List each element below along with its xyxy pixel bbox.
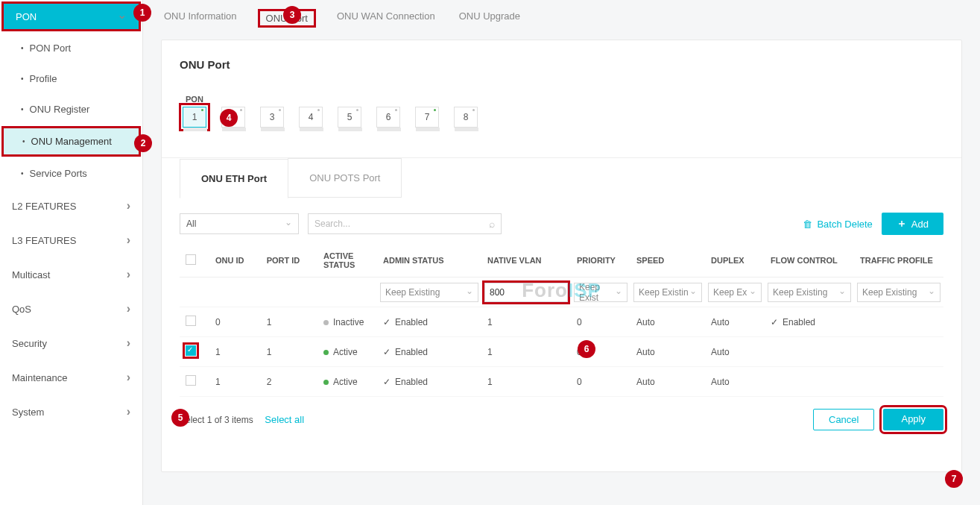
panel: ONU Port PON 1 2 3 4 5 6 7 8 ONU ETH Por…: [161, 40, 962, 472]
cell-admin-status: Enabled: [377, 337, 481, 367]
sidebar-item-qos[interactable]: QoS: [0, 292, 142, 326]
pon-port-6[interactable]: 6: [376, 107, 400, 128]
tab-onu-information[interactable]: ONU Information: [161, 9, 240, 28]
apply-button[interactable]: Apply: [883, 409, 943, 430]
sidebar-sub-profile[interactable]: Profile: [0, 63, 142, 94]
row-checkbox[interactable]: [186, 375, 196, 386]
filter-admin-status[interactable]: Keep Existing: [380, 283, 478, 302]
sub-tabs: ONU ETH Port ONU POTS Port: [180, 158, 943, 198]
cell-flow-control: [765, 337, 854, 367]
status-dot-icon: [323, 350, 329, 355]
footer-row: Select 1 of 3 items Select all Cancel Ap…: [180, 409, 943, 430]
tab-onu-upgrade[interactable]: ONU Upgrade: [456, 9, 523, 28]
th-active-status: ACTIVE STATUS: [317, 244, 377, 277]
select-all-checkbox[interactable]: [186, 254, 196, 265]
subtab-onu-eth-port[interactable]: ONU ETH Port: [180, 159, 288, 198]
cell-priority: 0: [571, 367, 630, 397]
check-icon: [771, 317, 783, 327]
batch-delete-button[interactable]: Batch Delete: [803, 219, 872, 230]
callout-2: 2: [134, 134, 152, 152]
callout-6: 6: [578, 340, 595, 358]
chevron-right-icon: [127, 199, 130, 213]
filter-native-vlan[interactable]: [484, 283, 568, 302]
sidebar-item-l2[interactable]: L2 FEATURES: [0, 189, 142, 223]
chevron-down-icon: [838, 287, 846, 298]
pon-port-4[interactable]: 4: [299, 107, 323, 128]
cell-traffic-profile: [854, 307, 943, 337]
sidebar-top-label: PON: [16, 11, 37, 22]
top-tabs: ONU Information ONU Port ONU WAN Connect…: [161, 0, 962, 37]
cell-flow-control: Enabled: [765, 307, 854, 337]
chevron-right-icon: [127, 405, 130, 418]
subtab-onu-pots-port[interactable]: ONU POTS Port: [288, 158, 402, 198]
cell-traffic-profile: [854, 367, 943, 397]
chevron-down-icon: [689, 287, 697, 298]
filter-speed[interactable]: Keep Existin: [633, 283, 702, 302]
cell-onu-id: 1: [209, 337, 261, 367]
pon-label: PON: [186, 95, 943, 104]
sidebar-sub-pon-port[interactable]: PON Port: [0, 33, 142, 63]
tab-onu-wan[interactable]: ONU WAN Connection: [334, 9, 438, 28]
chevron-right-icon: [127, 268, 130, 281]
chevron-down-icon: [928, 287, 935, 298]
filter-all-select[interactable]: All: [180, 213, 299, 234]
row-checkbox[interactable]: [186, 316, 196, 326]
sidebar-sub-onu-management[interactable]: ONU Management: [1, 126, 141, 157]
cell-port-id: 1: [261, 307, 317, 337]
sidebar-top-pon[interactable]: PON: [1, 1, 141, 31]
main: ONU Information ONU Port ONU WAN Connect…: [143, 0, 980, 505]
search-icon: [489, 218, 495, 230]
callout-5: 5: [171, 409, 189, 427]
table-row: 0 1 Inactive Enabled 1 0 Auto Auto Enabl…: [180, 307, 943, 337]
cell-onu-id: 1: [209, 367, 261, 397]
cell-active-status: Inactive: [317, 307, 377, 337]
chevron-down-icon: [466, 287, 473, 298]
chevron-down-icon: [615, 287, 622, 298]
th-native-vlan: NATIVE VLAN: [481, 244, 571, 277]
th-onu-id: ONU ID: [209, 244, 261, 277]
cell-speed: Auto: [630, 367, 705, 397]
row-checkbox[interactable]: [186, 345, 196, 356]
sidebar-sub: PON Port Profile ONU Register ONU Manage…: [0, 33, 142, 189]
cancel-button[interactable]: Cancel: [813, 409, 874, 430]
cell-native-vlan: 1: [481, 337, 571, 367]
page-title: ONU Port: [180, 58, 943, 71]
th-speed: SPEED: [630, 244, 705, 277]
search-input[interactable]: Search...: [308, 213, 502, 234]
sidebar-sub-onu-register[interactable]: ONU Register: [0, 94, 142, 125]
pon-port-8[interactable]: 8: [454, 107, 478, 128]
filter-duplex[interactable]: Keep Ex: [708, 283, 762, 302]
cell-port-id: 1: [261, 337, 317, 367]
sidebar-item-security[interactable]: Security: [0, 326, 142, 360]
sidebar-item-system[interactable]: System: [0, 395, 142, 429]
cell-priority: 0: [571, 307, 630, 337]
callout-4: 4: [220, 109, 238, 127]
filter-traffic-profile[interactable]: Keep Existing: [857, 283, 941, 302]
cell-traffic-profile: [854, 337, 943, 367]
sidebar-item-multicast[interactable]: Multicast: [0, 257, 142, 292]
th-traffic-profile: TRAFFIC PROFILE: [854, 244, 943, 277]
cell-admin-status: Enabled: [377, 307, 481, 337]
check-icon: [383, 377, 395, 387]
pon-port-1[interactable]: 1: [183, 107, 206, 128]
cell-native-vlan: 1: [481, 367, 571, 397]
sidebar-item-l3[interactable]: L3 FEATURES: [0, 223, 142, 257]
status-dot-icon: [323, 380, 329, 385]
check-icon: [383, 317, 395, 327]
pon-port-7[interactable]: 7: [415, 107, 439, 128]
pon-port-5[interactable]: 5: [338, 107, 361, 128]
sidebar-item-maintenance[interactable]: Maintenance: [0, 360, 142, 395]
pon-port-3[interactable]: 3: [260, 107, 284, 128]
toolbar: All Search... Batch Delete Add: [180, 213, 943, 235]
add-button[interactable]: Add: [882, 213, 943, 235]
select-info: Select 1 of 3 items: [180, 415, 253, 425]
cell-speed: Auto: [630, 337, 705, 367]
filter-flow-control[interactable]: Keep Existing: [768, 283, 851, 302]
th-priority: PRIORITY: [571, 244, 630, 277]
callout-7: 7: [945, 470, 963, 488]
select-all-link[interactable]: Select all: [265, 414, 304, 425]
sidebar-sub-service-ports[interactable]: Service Ports: [0, 158, 142, 189]
table-row: 1 2 Active Enabled 1 0 Auto Auto: [180, 367, 943, 397]
filter-priority[interactable]: Keep Exist: [574, 283, 627, 302]
cell-native-vlan: 1: [481, 307, 571, 337]
